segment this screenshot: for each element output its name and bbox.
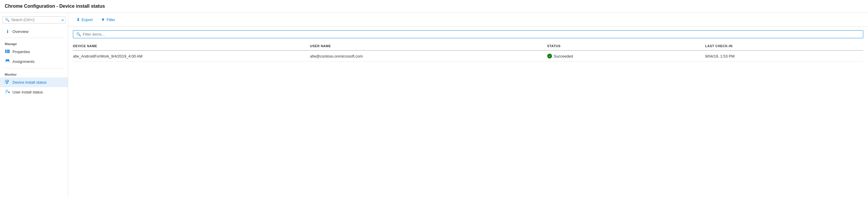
sidebar-item-label: Assignments	[12, 59, 34, 64]
collapse-sidebar-button[interactable]: «	[60, 17, 65, 23]
sidebar-item-device-install-status[interactable]: Device install status	[0, 78, 68, 87]
page-title: Chrome Configuration - Device install st…	[0, 0, 868, 13]
svg-rect-1	[7, 50, 8, 53]
table-header-row: DEVICE NAME USER NAME STATUS LAST CHECK-…	[73, 42, 863, 51]
cell-last-checkin: 9/04/19, 1:53 PM	[705, 51, 863, 62]
sidebar-item-label: User install status	[12, 90, 43, 94]
table-container: DEVICE NAME USER NAME STATUS LAST CHECK-…	[68, 42, 868, 197]
filter-label: Filter	[106, 18, 115, 22]
column-header-last-checkin: LAST CHECK-IN	[705, 42, 863, 51]
sidebar-item-properties[interactable]: Properties	[0, 47, 68, 57]
content-area: ⬇ Export ▼ Filter 🔍 DEVICE NAME USER NAM…	[68, 13, 868, 197]
sidebar-item-label: Device install status	[12, 80, 46, 85]
sidebar-item-label: Overview	[12, 29, 28, 34]
table-row: afw_AndroidForWork_9/4/2019_4:00 AMafw@c…	[73, 51, 863, 62]
svg-rect-6	[6, 83, 8, 84]
column-header-device-name: DEVICE NAME	[73, 42, 310, 51]
filter-search-box[interactable]: 🔍	[73, 30, 863, 38]
assignments-icon	[5, 59, 10, 64]
sidebar-item-overview[interactable]: ℹ Overview	[0, 27, 68, 36]
svg-rect-0	[5, 50, 6, 53]
export-button[interactable]: ⬇ Export	[73, 16, 96, 23]
cell-user-name: afw@contoso.onmicrosoft.com	[310, 51, 547, 62]
filter-search-icon: 🔍	[76, 32, 81, 36]
properties-icon	[5, 49, 10, 55]
column-header-user-name: USER NAME	[310, 42, 547, 51]
search-icon: 🔍	[5, 18, 9, 22]
device-install-table: DEVICE NAME USER NAME STATUS LAST CHECK-…	[73, 42, 863, 62]
svg-point-7	[6, 90, 8, 92]
status-text: Succeeded	[554, 54, 573, 58]
sidebar-item-label: Properties	[12, 50, 30, 54]
sidebar: 🔍 « ℹ Overview Manage Properties	[0, 13, 68, 197]
sidebar-item-user-install-status[interactable]: User install status	[0, 87, 68, 97]
svg-point-3	[6, 59, 7, 61]
status-success: ✓ Succeeded	[547, 54, 703, 58]
manage-section-label: Manage	[0, 40, 68, 47]
svg-rect-2	[8, 50, 9, 53]
export-icon: ⬇	[76, 17, 80, 22]
cell-device-name: afw_AndroidForWork_9/4/2019_4:00 AM	[73, 51, 310, 62]
success-icon: ✓	[547, 54, 552, 58]
toolbar: ⬇ Export ▼ Filter	[68, 13, 868, 27]
sidebar-divider-1	[5, 38, 63, 38]
svg-point-4	[7, 59, 9, 61]
export-label: Export	[82, 18, 93, 22]
filter-input[interactable]	[83, 32, 860, 36]
filter-button[interactable]: ▼ Filter	[97, 16, 119, 23]
sidebar-search-input[interactable]	[11, 18, 63, 22]
cell-status: ✓ Succeeded	[547, 51, 705, 62]
sidebar-item-assignments[interactable]: Assignments	[0, 57, 68, 66]
sidebar-search-box[interactable]: 🔍 «	[2, 16, 65, 23]
user-install-icon	[5, 89, 10, 95]
info-circle-icon: ℹ	[5, 29, 10, 34]
filter-icon: ▼	[101, 17, 105, 22]
column-header-status: STATUS	[547, 42, 705, 51]
sidebar-divider-2	[5, 68, 63, 68]
monitor-section-label: Monitor	[0, 70, 68, 78]
device-install-icon	[5, 80, 10, 85]
